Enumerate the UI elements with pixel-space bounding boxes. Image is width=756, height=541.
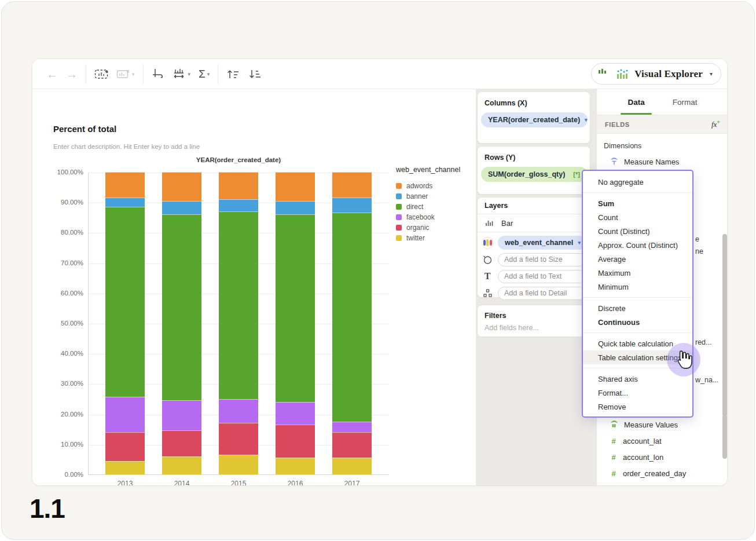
bar-segment-twitter[interactable] <box>219 455 258 474</box>
chart-type-selector[interactable]: Visual Explorer ▾ <box>591 63 721 85</box>
back-button[interactable]: ← <box>46 68 58 80</box>
menu-item-continuous[interactable]: Continuous <box>583 315 692 329</box>
bar-segment-adwords[interactable] <box>162 172 201 201</box>
bar-segment-facebook[interactable] <box>162 400 201 430</box>
rows-panel-title: Rows (Y) <box>478 147 590 162</box>
menu-item-discrete[interactable]: Discrete <box>583 301 692 315</box>
field-order-created-do-w[interactable]: #order_created_do_w <box>597 483 728 486</box>
bar-segment-direct[interactable] <box>105 207 145 397</box>
sort-descending-button[interactable] <box>248 69 262 79</box>
color-field-pill[interactable]: web_event_channel ▾ <box>498 236 586 250</box>
menu-item-sum[interactable]: Sum <box>583 196 692 210</box>
clipped-field-fragment: ne <box>695 247 703 255</box>
field-account-lon[interactable]: #account_lon <box>597 451 728 463</box>
stacked-bar-2015[interactable] <box>219 172 258 474</box>
color-shelf: web_event_channel ▾ <box>478 235 590 250</box>
rows-field-pill[interactable]: SUM(order_gloss_qty) [*] ▾ <box>481 167 588 182</box>
bar-segment-twitter[interactable] <box>105 461 145 474</box>
stacked-bar-2013[interactable] <box>105 172 145 474</box>
bar-segment-direct[interactable] <box>332 213 372 421</box>
bar-segment-organic[interactable] <box>332 432 372 458</box>
bar-segment-organic[interactable] <box>276 425 315 458</box>
bar-segment-organic[interactable] <box>219 423 258 455</box>
bar-segment-twitter[interactable] <box>276 458 315 474</box>
legend-item-organic[interactable]: organic <box>396 222 474 233</box>
size-field-input[interactable]: Add a field to Size <box>498 253 586 266</box>
visual-explorer-card: ← → ▾ ▾ <box>32 59 728 486</box>
color-field-caret-icon[interactable]: ▾ <box>578 240 581 246</box>
bar-segment-banner[interactable] <box>332 198 372 213</box>
menu-item-format[interactable]: Format... <box>583 386 692 400</box>
field-account-lat[interactable]: #account_lat <box>597 434 728 447</box>
add-calculation-button[interactable]: fx+ <box>711 119 720 129</box>
menu-item-remove[interactable]: Remove <box>583 400 692 414</box>
bar-segment-twitter[interactable] <box>332 458 372 474</box>
menu-divider <box>583 297 692 298</box>
menu-item-no-aggregate[interactable]: No aggregate <box>583 175 692 189</box>
add-chart-button[interactable] <box>94 68 108 80</box>
chart-title[interactable]: Percent of total <box>53 124 116 134</box>
bar-segment-banner[interactable] <box>219 199 258 211</box>
detail-field-input[interactable]: Add a field to Detail <box>498 287 586 300</box>
measure-names-icon <box>610 157 619 166</box>
axis-scale-button[interactable]: ▾ <box>173 68 191 81</box>
bar-segment-adwords[interactable] <box>219 172 258 199</box>
legend-item-banner[interactable]: banner <box>396 191 474 202</box>
bar-segment-facebook[interactable] <box>105 397 145 432</box>
stacked-bar-2014[interactable] <box>162 172 201 474</box>
legend: web_event_channel adwordsbannerdirectfac… <box>396 166 474 243</box>
remove-chart-button[interactable]: ▾ <box>116 68 135 80</box>
text-field-input[interactable]: Add a field to Text <box>498 270 586 283</box>
bar-segment-facebook[interactable] <box>332 422 372 432</box>
columns-field-pill[interactable]: YEAR(order_created_date) ▾ <box>481 112 588 127</box>
stacked-bar-2017[interactable] <box>332 172 372 474</box>
layer-bar-row[interactable]: Bar <box>478 214 590 232</box>
menu-item-average[interactable]: Average <box>583 252 692 266</box>
bar-segment-adwords[interactable] <box>332 172 372 198</box>
field-order-created-day[interactable]: #order_created_day <box>597 467 728 480</box>
legend-item-twitter[interactable]: twitter <box>396 233 474 243</box>
menu-item-approx-count-distinct[interactable]: Approx. Count (Distinct) <box>583 238 692 252</box>
menu-item-count[interactable]: Count <box>583 210 692 224</box>
bar-segment-facebook[interactable] <box>276 402 315 425</box>
sort-ascending-button[interactable] <box>226 69 240 79</box>
size-placeholder: Add a field to Size <box>504 255 563 264</box>
bar-segment-banner[interactable] <box>276 201 315 214</box>
bar-segment-organic[interactable] <box>162 430 201 456</box>
field-measure-values[interactable]: Measure Values <box>597 418 728 431</box>
bar-segment-banner[interactable] <box>162 201 201 214</box>
swap-axes-button[interactable] <box>152 68 164 81</box>
legend-item-adwords[interactable]: adwords <box>396 181 474 191</box>
filters-placeholder[interactable]: Add fields here... <box>478 320 590 332</box>
menu-item-minimum[interactable]: Minimum <box>583 280 692 294</box>
bar-segment-twitter[interactable] <box>162 456 201 474</box>
stacked-bar-2016[interactable] <box>276 172 315 474</box>
legend-item-direct[interactable]: direct <box>396 202 474 212</box>
bar-segment-facebook[interactable] <box>219 399 258 423</box>
text-placeholder: Add a field to Text <box>504 272 562 280</box>
bar-segment-adwords[interactable] <box>276 172 315 201</box>
bar-segment-direct[interactable] <box>276 214 315 402</box>
menu-item-count-distinct[interactable]: Count (Distinct) <box>583 224 692 238</box>
clipped-field-fragment: red... <box>695 338 712 346</box>
tab-data[interactable]: Data <box>627 89 644 115</box>
aggregate-button[interactable]: Σ ▾ <box>199 68 210 81</box>
measures-scrollbar[interactable] <box>722 415 727 459</box>
bar-segment-direct[interactable] <box>162 214 201 400</box>
legend-item-facebook[interactable]: facebook <box>396 212 474 222</box>
back-icon: ← <box>46 68 58 80</box>
forward-button[interactable]: → <box>66 68 78 80</box>
legend-label: banner <box>406 192 428 200</box>
columns-field-caret-icon[interactable]: ▾ <box>585 117 588 123</box>
bar-segment-banner[interactable] <box>105 198 145 207</box>
bar-segment-adwords[interactable] <box>105 172 145 198</box>
tab-format[interactable]: Format <box>673 89 698 115</box>
menu-item-maximum[interactable]: Maximum <box>583 266 692 280</box>
bar-segment-direct[interactable] <box>219 211 258 399</box>
bar-segment-organic[interactable] <box>105 432 145 461</box>
fields-scrollbar[interactable] <box>722 234 727 416</box>
chart-description-placeholder[interactable]: Enter chart description. Hit Enter key t… <box>53 143 200 150</box>
field-measure-names[interactable]: Measure Names <box>597 155 728 168</box>
y-axis-tick: 10.00% <box>43 441 83 448</box>
fields-header: FIELDS fx+ <box>597 115 728 134</box>
